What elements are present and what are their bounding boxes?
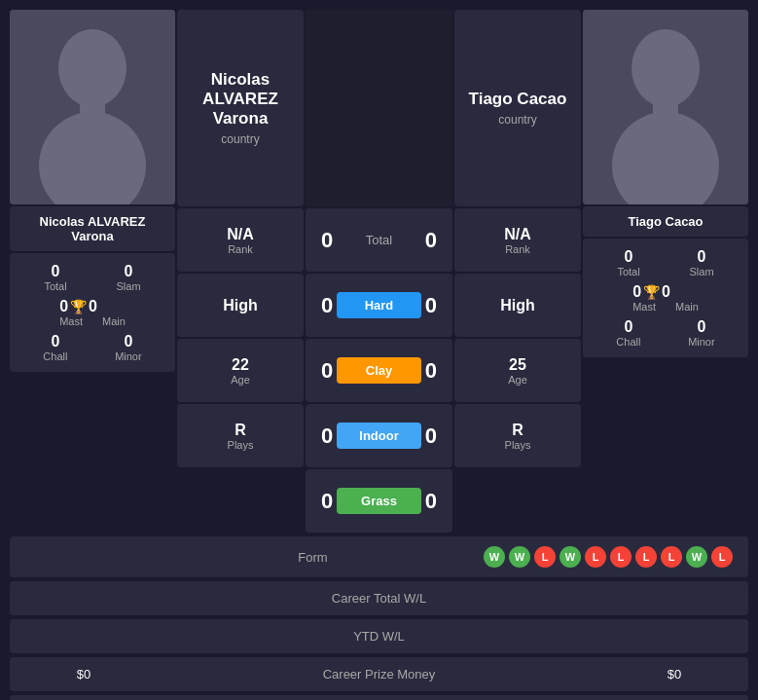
form-badge-7: L	[661, 546, 682, 568]
right-trophy-icon: 🏆	[643, 284, 660, 300]
left-player-name2: Varona	[18, 229, 167, 243]
right-plays-box: R Plays	[454, 404, 581, 467]
ytd-wl-row: YTD W/L	[10, 619, 748, 653]
right-main-lbl: Main	[675, 301, 699, 313]
total-score-row: 0 Total 0	[306, 208, 452, 272]
hard-score-row: 0 Hard 0	[306, 274, 452, 337]
right-player-col: Tiago Cacao 0 Total 0 Slam 0	[583, 10, 748, 357]
right-rank-lbl: Rank	[505, 243, 530, 255]
left-player-header-name: Nicolas ALVAREZ Varona country	[177, 10, 304, 206]
left-country: country	[177, 132, 304, 146]
career-prize-right: $0	[616, 667, 733, 682]
career-total-wl-row: Career Total W/L	[10, 581, 748, 615]
form-badge-2: L	[534, 546, 556, 568]
form-row: Form WWLWLLLLWL	[10, 536, 748, 577]
comparison-wrapper: Nicolas ALVAREZ Varona 0 Total 0 Slam	[10, 10, 748, 533]
right-slam-val: 0	[690, 248, 714, 266]
right-player-name: Tiago Cacao	[591, 214, 740, 229]
hard-score-left: 0	[321, 293, 333, 318]
career-prize-left: $0	[25, 667, 142, 682]
left-total-stat: 0 Total	[44, 263, 66, 292]
career-prize-row: $0 Career Prize Money $0	[10, 657, 748, 691]
left-surface-val: High	[223, 297, 258, 314]
left-header-name2: Varona	[177, 109, 304, 129]
grass-score-row: 0 Grass 0	[306, 469, 452, 533]
main-container: Nicolas ALVAREZ Varona 0 Total 0 Slam	[0, 0, 758, 700]
right-minor-lbl: Minor	[688, 336, 715, 348]
left-plays-val: R	[235, 422, 246, 439]
grass-score-right: 0	[425, 489, 437, 514]
indoor-score-right: 0	[425, 424, 437, 449]
form-badge-5: L	[610, 546, 632, 568]
left-rank-val: N/A	[227, 226, 254, 243]
right-country: country	[469, 113, 567, 127]
svg-rect-3	[80, 102, 105, 122]
right-player-name-box: Tiago Cacao	[583, 206, 748, 237]
form-badge-1: W	[509, 546, 530, 568]
left-mast-lbl: Mast	[59, 315, 83, 327]
left-middle-col: Nicolas ALVAREZ Varona country N/A Rank …	[177, 10, 304, 467]
clay-score-left: 0	[321, 358, 333, 384]
form-badge-0: W	[484, 546, 505, 568]
left-plays-lbl: Plays	[228, 439, 254, 451]
career-prize-label: Career Prize Money	[142, 667, 616, 682]
left-header-name1: Nicolas ALVAREZ	[177, 70, 304, 109]
bottom-section: Form WWLWLLLLWL Career Total W/L YTD W/L…	[10, 536, 748, 700]
right-minor-stat: 0 Minor	[688, 318, 715, 348]
left-slam-stat: 0 Slam	[117, 263, 141, 292]
right-slam-lbl: Slam	[690, 266, 714, 277]
center-col: 0 Total 0 0 Hard 0 0 Clay 0 0 Indoor 0	[306, 10, 452, 533]
total-score-left: 0	[321, 228, 333, 253]
left-slam-val: 0	[117, 263, 141, 280]
right-surface-box: High	[454, 274, 581, 337]
form-badge-9: L	[711, 546, 733, 568]
right-player-header-name: Tiago Cacao country	[454, 10, 581, 206]
clay-surface-btn[interactable]: Clay	[337, 357, 421, 384]
right-chall-stat: 0 Chall	[616, 318, 640, 348]
left-age-val: 22	[232, 356, 249, 374]
left-chall-lbl: Chall	[43, 350, 67, 362]
indoor-score-left: 0	[321, 424, 333, 449]
right-chall-val: 0	[616, 318, 640, 336]
svg-rect-7	[653, 102, 678, 122]
form-badge-3: W	[559, 546, 581, 568]
right-rank-val: N/A	[504, 226, 531, 243]
svg-point-1	[58, 29, 126, 107]
form-badges: WWLWLLLLWL	[484, 546, 733, 568]
left-chall-val: 0	[43, 333, 67, 350]
left-total-lbl: Total	[44, 280, 66, 292]
form-badge-8: W	[686, 546, 707, 568]
left-minor-lbl: Minor	[115, 350, 142, 362]
left-player-col: Nicolas ALVAREZ Varona 0 Total 0 Slam	[10, 10, 175, 372]
right-age-val: 25	[509, 356, 526, 374]
right-player-photo	[583, 10, 748, 204]
svg-point-5	[632, 29, 700, 107]
indoor-surface-btn[interactable]: Indoor	[337, 423, 421, 449]
hard-surface-btn[interactable]: Hard	[337, 292, 421, 318]
form-badge-4: L	[585, 546, 606, 568]
total-score-label: Total	[366, 233, 392, 247]
right-total-stat: 0 Total	[617, 248, 639, 277]
right-plays-val: R	[512, 422, 523, 439]
career-total-wl-label: Career Total W/L	[25, 591, 733, 606]
left-mast-val: 0	[59, 298, 68, 315]
right-mast-stat: 0 🏆 0 Mast Main	[632, 283, 699, 313]
hard-score-right: 0	[425, 293, 437, 318]
left-surface-box: High	[177, 274, 304, 337]
left-main-lbl: Main	[102, 315, 126, 327]
form-badge-6: L	[635, 546, 657, 568]
form-label: Form	[142, 550, 484, 565]
right-slam-stat: 0 Slam	[690, 248, 714, 277]
grass-score-left: 0	[321, 489, 333, 514]
clay-score-right: 0	[425, 358, 437, 384]
left-player-name: Nicolas ALVAREZ	[18, 214, 167, 229]
right-chall-lbl: Chall	[616, 336, 640, 348]
right-age-box: 25 Age	[454, 339, 581, 402]
left-minor-val: 0	[115, 333, 142, 350]
right-surface-val: High	[500, 297, 535, 314]
left-main-val: 0	[89, 298, 97, 315]
left-mast-stat: 0 🏆 0 Mast Main	[59, 298, 126, 327]
grass-surface-btn[interactable]: Grass	[337, 488, 421, 514]
left-plays-box: R Plays	[177, 404, 304, 467]
left-player-photo	[10, 10, 175, 204]
